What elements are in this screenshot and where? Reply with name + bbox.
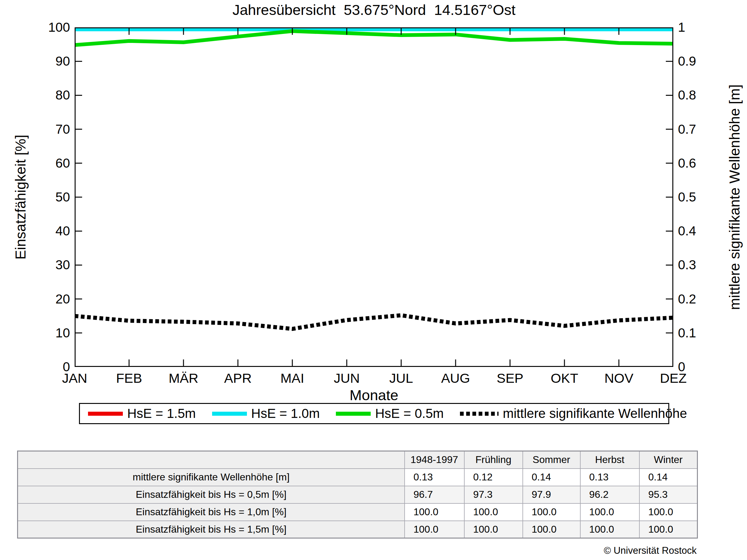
legend-item-hse-1-5m: HsE = 1.5m: [88, 406, 196, 421]
legend-swatch-cyan-line: [212, 412, 247, 416]
month-tick-label: NOV: [604, 371, 633, 386]
right-tick-label: 0.4: [678, 223, 696, 239]
month-tick-label: OKT: [551, 371, 578, 386]
month-tick-label: JAN: [62, 371, 87, 386]
table-cell: 0.13: [580, 469, 639, 486]
table-header-row: 1948-1997 Frühling Sommer Herbst Winter: [18, 451, 698, 469]
series-line: [75, 315, 673, 329]
right-tick-label: 0.3: [678, 258, 696, 272]
table-row: Einsatzfähigkeit bis Hs = 0,5m [%] 96.7 …: [18, 486, 698, 503]
plot-area: [75, 27, 673, 367]
legend-label: HsE = 1.0m: [251, 406, 320, 421]
table-cell: 100.0: [523, 521, 580, 538]
right-tick-label: 0.7: [678, 122, 696, 137]
month-tick-label: AUG: [441, 371, 470, 386]
chart-svg: [75, 27, 673, 367]
month-tick-label: JUN: [334, 371, 360, 386]
legend-item-hse-1-0m: HsE = 1.0m: [212, 406, 320, 421]
table-row: Einsatzfähigkeit bis Hs = 1,5m [%] 100.0…: [18, 521, 698, 538]
table-cell: 95.3: [639, 486, 698, 503]
table-cell: 100.0: [639, 503, 698, 521]
row-label: Einsatzfähigkeit bis Hs = 1,0m [%]: [18, 503, 405, 521]
table-header: Sommer: [523, 451, 580, 469]
left-tick-label: 50: [55, 190, 70, 205]
right-tick-label: 0.2: [678, 292, 696, 306]
right-tick-label: 1: [678, 20, 685, 35]
left-tick-label: 40: [55, 223, 70, 239]
month-tick-label: FEB: [116, 371, 142, 386]
right-tick-label: 0.9: [678, 54, 696, 69]
table-cell: 100.0: [464, 503, 523, 521]
legend-label: mittlere signifikante Wellenhöhe: [503, 406, 687, 421]
left-tick-label: 80: [55, 88, 70, 103]
legend-item-wellenhoehe: mittlere signifikante Wellenhöhe: [460, 406, 687, 421]
legend-swatch-green-line: [336, 412, 371, 416]
left-tick-label: 70: [55, 122, 70, 137]
month-tick-label: APR: [224, 371, 252, 386]
table-cell: 100.0: [405, 521, 464, 538]
row-label: Einsatzfähigkeit bis Hs = 0,5m [%]: [18, 486, 405, 503]
left-axis-tick-labels: 100 90 80 70 60 50 40 30 20 10 0: [31, 27, 70, 367]
table-cell: 0.14: [639, 469, 698, 486]
legend-item-hse-0-5m: HsE = 0.5m: [336, 406, 444, 421]
table-row: Einsatzfähigkeit bis Hs = 1,0m [%] 100.0…: [18, 503, 698, 521]
left-axis-title-text: Einsatzfähigkeit [%]: [12, 135, 29, 259]
table-cell: 97.3: [464, 486, 523, 503]
table-corner-cell: [18, 451, 405, 469]
table-cell: 100.0: [580, 503, 639, 521]
table-header: 1948-1997: [405, 451, 464, 469]
legend-swatch-red-line: [88, 412, 123, 416]
legend-label: HsE = 1.5m: [127, 406, 196, 421]
left-tick-label: 30: [55, 258, 70, 272]
series-line: [75, 31, 673, 45]
right-tick-label: 0.6: [678, 156, 696, 171]
table-row: mittlere signifikante Wellenhöhe [m] 0.1…: [18, 469, 698, 486]
table-cell: 96.7: [405, 486, 464, 503]
table-cell: 97.9: [523, 486, 580, 503]
table-cell: 100.0: [639, 521, 698, 538]
left-tick-label: 100: [48, 20, 70, 35]
table-cell: 0.13: [405, 469, 464, 486]
month-tick-label: SEP: [497, 371, 523, 386]
right-tick-label: 0.5: [678, 190, 696, 205]
right-axis-title-text: mittlere signifikante Wellenhöhe [m]: [726, 84, 743, 310]
table-cell: 0.14: [523, 469, 580, 486]
left-tick-label: 90: [55, 54, 70, 69]
left-tick-label: 60: [55, 156, 70, 171]
table-cell: 100.0: [580, 521, 639, 538]
legend-label: HsE = 0.5m: [375, 406, 444, 421]
month-tick-label: DEZ: [660, 371, 687, 386]
month-tick-label: MAI: [281, 371, 304, 386]
table-cell: 100.0: [464, 521, 523, 538]
row-label: Einsatzfähigkeit bis Hs = 1,5m [%]: [18, 521, 405, 538]
table-header: Herbst: [580, 451, 639, 469]
table-cell: 0.12: [464, 469, 523, 486]
table-cell: 100.0: [405, 503, 464, 521]
right-axis-title: mittlere signifikante Wellenhöhe [m]: [722, 27, 747, 367]
row-label: mittlere signifikante Wellenhöhe [m]: [18, 469, 405, 486]
table-cell: 96.2: [580, 486, 639, 503]
left-tick-label: 20: [55, 292, 70, 306]
table-header: Frühling: [464, 451, 523, 469]
month-tick-label: JUL: [389, 371, 413, 386]
data-table: 1948-1997 Frühling Sommer Herbst Winter …: [17, 451, 698, 538]
month-tick-label: MÄR: [169, 371, 199, 386]
legend: HsE = 1.5m HsE = 1.0m HsE = 0.5m mittler…: [79, 403, 669, 424]
right-tick-label: 0.8: [678, 88, 696, 103]
table-header: Winter: [639, 451, 698, 469]
table-cell: 100.0: [523, 503, 580, 521]
legend-swatch-dotted-line: [460, 412, 498, 416]
left-axis-title: Einsatzfähigkeit [%]: [9, 27, 32, 367]
left-tick-label: 10: [55, 325, 70, 341]
right-tick-label: 0.1: [678, 325, 696, 341]
right-axis-tick-labels: 1 0.9 0.8 0.7 0.6 0.5 0.4 0.3 0.2 0.1 0: [678, 27, 725, 367]
copyright-text: © Universität Rostock: [604, 545, 697, 556]
chart-title: Jahresübersicht 53.675°Nord 14.5167°Ost: [75, 1, 673, 18]
x-axis-tick-labels: JAN FEB MÄR APR MAI JUN JUL AUG SEP OKT …: [75, 371, 673, 387]
x-axis-title: Monate: [75, 386, 673, 404]
figure-root: Jahresübersicht 53.675°Nord 14.5167°Ost …: [0, 0, 747, 560]
